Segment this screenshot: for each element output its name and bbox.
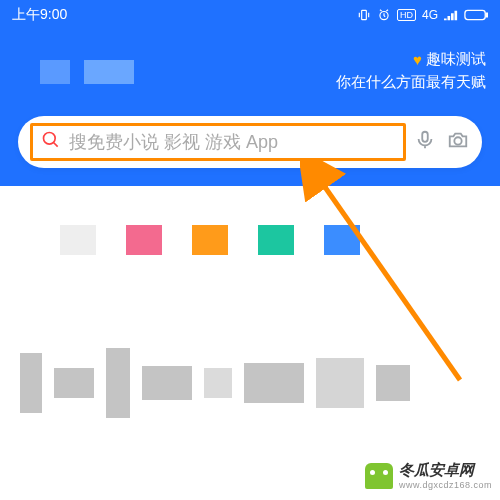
- hd-icon: HD: [397, 9, 416, 21]
- header-area: 上午9:00 HD 4G ♥ 趣味测试 你在什么方面最有天赋: [0, 0, 500, 186]
- search-bar: [18, 116, 482, 168]
- svg-point-4: [44, 133, 56, 145]
- svg-rect-5: [422, 132, 428, 142]
- vibrate-icon: [357, 8, 371, 22]
- search-icon: [41, 130, 61, 154]
- watermark: 冬瓜安卓网 www.dgxcdz168.com: [365, 461, 492, 490]
- camera-icon[interactable]: [446, 129, 470, 155]
- promo-title: 趣味测试: [426, 50, 486, 69]
- shortcut-2[interactable]: [126, 225, 162, 255]
- svg-rect-0: [362, 10, 367, 19]
- header-tabs: [40, 60, 134, 84]
- heart-icon: ♥: [413, 51, 422, 68]
- shortcut-5[interactable]: [324, 225, 360, 255]
- signal-icon: [444, 9, 458, 21]
- content-area: [0, 186, 500, 418]
- shortcut-4[interactable]: [258, 225, 294, 255]
- network-label: 4G: [422, 8, 438, 22]
- search-highlight-box: [30, 123, 406, 161]
- alarm-icon: [377, 8, 391, 22]
- status-bar: 上午9:00 HD 4G: [0, 0, 500, 30]
- watermark-name: 冬瓜安卓网: [399, 461, 492, 480]
- tab-1[interactable]: [40, 60, 70, 84]
- promo-subtitle: 你在什么方面最有天赋: [336, 73, 486, 92]
- search-input[interactable]: [69, 132, 395, 153]
- battery-icon: [464, 9, 488, 21]
- watermark-domain: www.dgxcdz168.com: [399, 480, 492, 490]
- tab-2[interactable]: [84, 60, 134, 84]
- shortcut-row: [0, 222, 500, 258]
- svg-rect-2: [465, 10, 485, 19]
- status-icons: HD 4G: [357, 8, 488, 22]
- status-time: 上午9:00: [12, 6, 67, 24]
- shortcut-3[interactable]: [192, 225, 228, 255]
- voice-icon[interactable]: [414, 129, 436, 155]
- svg-rect-3: [486, 13, 488, 17]
- blurred-content-row: [0, 348, 500, 418]
- promo-banner[interactable]: ♥ 趣味测试 你在什么方面最有天赋: [336, 50, 486, 92]
- watermark-robot-icon: [365, 463, 393, 489]
- svg-point-6: [454, 137, 461, 144]
- shortcut-1[interactable]: [60, 225, 96, 255]
